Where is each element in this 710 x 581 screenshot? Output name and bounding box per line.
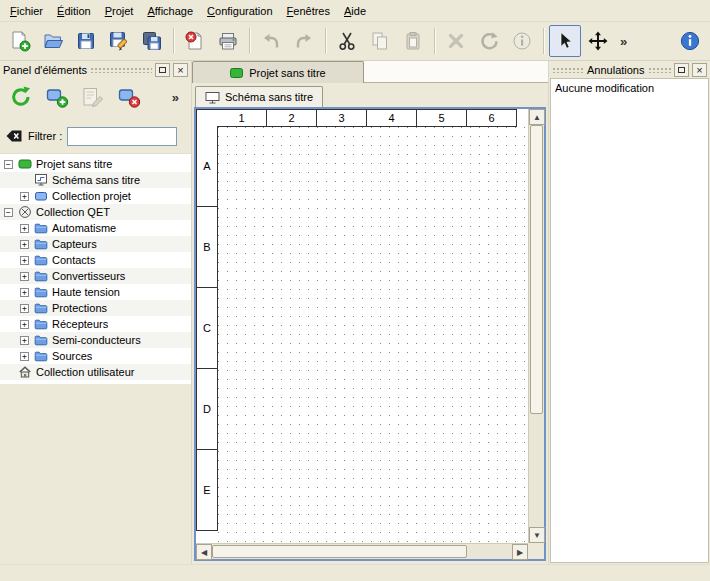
tree-item-convertisseurs[interactable]: +Convertisseurs xyxy=(0,268,191,284)
dock-grip-handle[interactable] xyxy=(90,66,152,73)
delete-element-button[interactable] xyxy=(115,83,143,111)
edit-element-button[interactable] xyxy=(79,83,107,111)
tree-expander[interactable]: − xyxy=(4,208,13,217)
save-file-button[interactable] xyxy=(70,25,102,57)
reload-collections-icon xyxy=(9,85,33,109)
horizontal-scrollbar-thumb[interactable] xyxy=(212,545,467,558)
horizontal-scrollbar-track[interactable] xyxy=(212,544,512,559)
scroll-up-button[interactable]: ▲ xyxy=(529,109,545,125)
tree-item-collection-qet[interactable]: −Collection QET xyxy=(0,204,191,220)
schema-tab-label: Schéma sans titre xyxy=(225,91,313,103)
save-all-button[interactable] xyxy=(136,25,168,57)
folder-icon xyxy=(33,285,48,299)
tree-item-protections[interactable]: +Protections xyxy=(0,300,191,316)
rotate-selection-button[interactable] xyxy=(473,25,505,57)
qet-icon xyxy=(17,205,32,219)
undo-button[interactable] xyxy=(255,25,287,57)
tree-item-collection-utilisateur[interactable]: Collection utilisateur xyxy=(0,364,191,380)
tree-expander[interactable]: + xyxy=(20,352,29,361)
save-file-as-button[interactable] xyxy=(103,25,135,57)
menu-item-fenetres[interactable]: Fenêtres xyxy=(280,2,337,20)
copy-button[interactable] xyxy=(364,25,396,57)
reload-collections-button[interactable] xyxy=(7,83,35,111)
tree-item-label: Collection QET xyxy=(32,206,110,218)
undo-list[interactable]: Aucune modification xyxy=(550,78,709,563)
undo-panel: Annulations × Aucune modification xyxy=(548,61,710,564)
dock-float-button[interactable] xyxy=(674,63,689,77)
tab-schema[interactable]: Schéma sans titre xyxy=(195,86,323,107)
tree-item-schema-sans-titre[interactable]: Schéma sans titre xyxy=(0,172,191,188)
folder-icon xyxy=(33,269,48,283)
paste-button[interactable] xyxy=(397,25,429,57)
tree-item-collection-projet[interactable]: +Collection projet xyxy=(0,188,191,204)
tree-expander[interactable]: − xyxy=(4,160,13,169)
tree-expander[interactable]: + xyxy=(20,288,29,297)
menu-item-projet[interactable]: Projet xyxy=(98,2,141,20)
tree-item-contacts[interactable]: +Contacts xyxy=(0,252,191,268)
dock-grip-handle[interactable] xyxy=(552,66,584,73)
project-icon xyxy=(230,68,243,78)
tree-item-label: Récepteurs xyxy=(48,318,108,330)
delete-selection-button[interactable] xyxy=(440,25,472,57)
close-file-icon xyxy=(184,30,206,52)
menu-bar: FichierÉditionProjetAffichageConfigurati… xyxy=(0,0,710,22)
scroll-down-button[interactable]: ▼ xyxy=(529,527,545,543)
menu-item-edition[interactable]: Édition xyxy=(50,2,98,20)
about-button[interactable] xyxy=(674,25,706,57)
new-file-button[interactable] xyxy=(4,25,36,57)
horizontal-scrollbar[interactable]: ◀ ▶ xyxy=(196,543,528,559)
vertical-scrollbar[interactable]: ▲ ▼ xyxy=(528,109,544,543)
clear-filter-button[interactable] xyxy=(5,128,23,144)
selection-properties-button[interactable] xyxy=(506,25,538,57)
filter-input[interactable] xyxy=(67,127,177,146)
diagram-canvas[interactable] xyxy=(218,127,528,543)
main-area: Panel d'éléments × » xyxy=(0,61,710,564)
cut-button[interactable] xyxy=(331,25,363,57)
folder-icon xyxy=(33,317,48,331)
tree-item-projet-sans-titre[interactable]: −Projet sans titre xyxy=(0,156,191,172)
elements-tree: −Projet sans titreSchéma sans titre+Coll… xyxy=(0,153,191,384)
tree-expander[interactable]: + xyxy=(20,192,29,201)
tree-item-label: Sources xyxy=(48,350,92,362)
pan-mode-button[interactable] xyxy=(582,25,614,57)
tree-item-automatisme[interactable]: +Automatisme xyxy=(0,220,191,236)
scroll-right-button[interactable]: ▶ xyxy=(512,544,528,560)
tree-expander[interactable]: + xyxy=(20,224,29,233)
new-element-button[interactable] xyxy=(43,83,71,111)
dock-grip-handle[interactable] xyxy=(648,66,672,73)
tree-item-sources[interactable]: +Sources xyxy=(0,348,191,364)
tree-item-recepteurs[interactable]: +Récepteurs xyxy=(0,316,191,332)
tab-project[interactable]: Projet sans titre xyxy=(192,61,364,83)
toolbar-overflow-button[interactable]: » xyxy=(615,32,632,51)
scroll-down-icon: ▼ xyxy=(533,531,541,540)
vertical-scrollbar-thumb[interactable] xyxy=(530,125,543,414)
menu-item-affichage[interactable]: Affichage xyxy=(140,2,200,20)
tree-item-capteurs[interactable]: +Capteurs xyxy=(0,236,191,252)
dock-float-button[interactable] xyxy=(155,63,170,77)
redo-button[interactable] xyxy=(288,25,320,57)
folder-icon xyxy=(33,349,48,363)
tree-expander[interactable]: + xyxy=(20,240,29,249)
menu-item-aide[interactable]: Aide xyxy=(337,2,373,20)
row-header: D xyxy=(196,368,218,450)
vertical-scrollbar-track[interactable] xyxy=(529,125,544,527)
dock-close-button[interactable]: × xyxy=(692,63,707,77)
tree-expander[interactable]: + xyxy=(20,304,29,313)
print-button[interactable] xyxy=(212,25,244,57)
schema-icon xyxy=(33,173,48,187)
dock-close-button[interactable]: × xyxy=(173,63,188,77)
tree-expander[interactable]: + xyxy=(20,320,29,329)
filter-label: Filtrer : xyxy=(28,130,62,142)
scroll-left-button[interactable]: ◀ xyxy=(196,544,212,560)
select-mode-button[interactable] xyxy=(549,25,581,57)
tree-expander[interactable]: + xyxy=(20,336,29,345)
menu-item-fichier[interactable]: Fichier xyxy=(3,2,50,20)
open-file-button[interactable] xyxy=(37,25,69,57)
panel-overflow-button[interactable]: » xyxy=(167,88,184,107)
menu-item-configuration[interactable]: Configuration xyxy=(200,2,279,20)
tree-expander[interactable]: + xyxy=(20,272,29,281)
tree-expander[interactable]: + xyxy=(20,256,29,265)
tree-item-haute-tension[interactable]: +Haute tension xyxy=(0,284,191,300)
close-file-button[interactable] xyxy=(179,25,211,57)
tree-item-semi-conducteurs[interactable]: +Semi-conducteurs xyxy=(0,332,191,348)
